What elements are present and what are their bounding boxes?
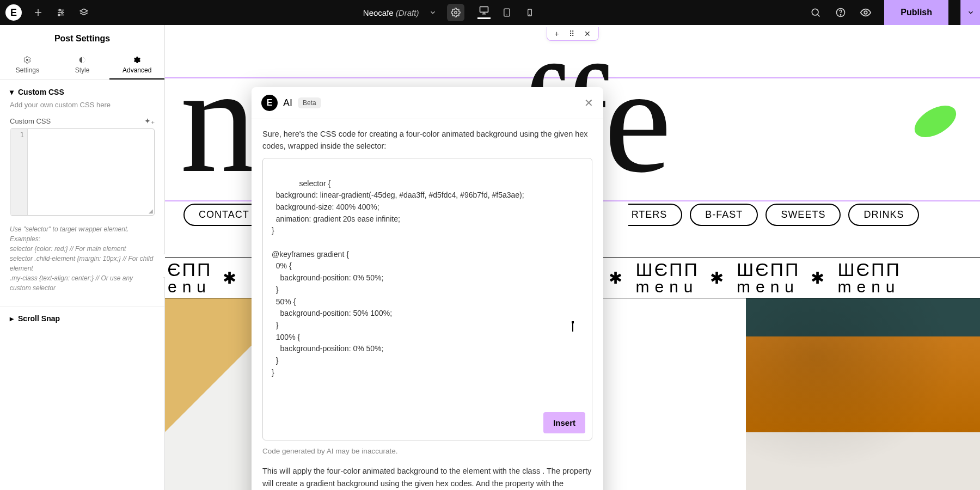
custom-css-hint: Add your own custom CSS here [10, 101, 155, 109]
add-icon[interactable] [32, 6, 45, 19]
tab-style[interactable]: Style [55, 52, 110, 79]
desktop-icon[interactable] [477, 6, 491, 19]
preview-eye-icon[interactable] [859, 6, 872, 19]
ai-modal: E AI Beta ✕ Sure, here's the CSS code fo… [252, 87, 603, 490]
text-cursor-icon [572, 322, 573, 332]
section-custom-css[interactable]: ▾ Custom CSS [0, 80, 164, 101]
editor-textarea[interactable]: ◢ [28, 129, 154, 215]
topbar-right: Publish [809, 0, 980, 25]
ai-logo-icon: E [261, 95, 278, 111]
nav-pill-starters[interactable]: RTERS [628, 204, 683, 226]
tab-advanced[interactable]: Advanced [109, 52, 164, 79]
ai-intro-text: Sure, here's the CSS code for creating a… [262, 128, 592, 152]
svg-point-21 [864, 11, 867, 14]
publish-dropdown-icon[interactable] [960, 0, 980, 25]
close-icon[interactable]: ✕ [584, 96, 593, 109]
topbar-center: Neocafe (Draft) [90, 4, 809, 21]
photo-right[interactable] [746, 298, 980, 490]
document-title[interactable]: Neocafe (Draft) [363, 8, 419, 17]
custom-css-help: Use "selector" to target wrapper element… [10, 224, 155, 293]
beta-badge: Beta [298, 97, 321, 108]
layers-icon[interactable] [77, 6, 90, 19]
ai-sparkle-icon[interactable]: ✦₊ [144, 117, 155, 125]
svg-line-18 [818, 14, 820, 16]
svg-point-9 [455, 11, 457, 14]
settings-sliders-icon[interactable] [54, 6, 68, 19]
chevron-down-icon[interactable] [426, 6, 439, 19]
topbar-left: E [0, 4, 90, 21]
nav-pill-bfast[interactable]: B-FAST [690, 204, 758, 226]
ai-modal-title: AI [283, 97, 292, 109]
caret-down-icon: ▾ [10, 88, 14, 96]
svg-point-5 [62, 12, 63, 14]
svg-point-3 [59, 9, 60, 11]
ai-code-output[interactable]: selector { background: linear-gradient(-… [262, 158, 592, 440]
svg-rect-10 [480, 7, 488, 12]
tablet-icon[interactable] [500, 6, 513, 19]
editor-gutter: 1 [10, 129, 28, 215]
page-settings-icon[interactable] [447, 4, 464, 21]
resize-handle-icon[interactable]: ◢ [149, 208, 153, 214]
search-icon[interactable] [809, 6, 822, 19]
custom-css-body: Add your own custom CSS here Custom CSS … [0, 101, 164, 299]
insert-button[interactable]: Insert [543, 412, 585, 433]
ai-disclaimer: Code generated by AI may be inaccurate. [262, 446, 592, 457]
sidebar-panel: Post Settings Settings Style Advanced ▾ … [0, 25, 165, 490]
publish-button[interactable]: Publish [884, 0, 948, 25]
caret-right-icon: ▸ [10, 314, 14, 323]
tab-settings[interactable]: Settings [0, 52, 55, 79]
svg-point-7 [58, 14, 60, 16]
elementor-logo-icon[interactable]: E [5, 4, 22, 21]
svg-point-20 [841, 15, 841, 15]
svg-point-17 [812, 9, 819, 15]
svg-marker-8 [80, 9, 88, 13]
panel-title: Post Settings [0, 25, 164, 52]
mobile-icon[interactable] [523, 6, 536, 19]
help-icon[interactable] [834, 6, 847, 19]
panel-tabs: Settings Style Advanced [0, 52, 164, 80]
svg-point-22 [26, 59, 28, 61]
nav-pill-drinks[interactable]: DRINKS [848, 204, 919, 226]
field-label: Custom CSS [10, 117, 51, 125]
photo-left[interactable] [165, 298, 252, 490]
device-switcher [477, 6, 536, 19]
top-bar: E Neocafe (Draft) [0, 0, 980, 25]
nav-pill-sweets[interactable]: SWEETS [765, 204, 841, 226]
ai-explanation: This will apply the four-color animated … [262, 465, 592, 490]
custom-css-editor[interactable]: 1 ◢ [10, 128, 155, 216]
ai-modal-header: E AI Beta ✕ [252, 87, 603, 119]
section-scroll-snap[interactable]: ▸ Scroll Snap [0, 306, 164, 327]
ai-modal-body: Sure, here's the CSS code for creating a… [252, 119, 603, 490]
